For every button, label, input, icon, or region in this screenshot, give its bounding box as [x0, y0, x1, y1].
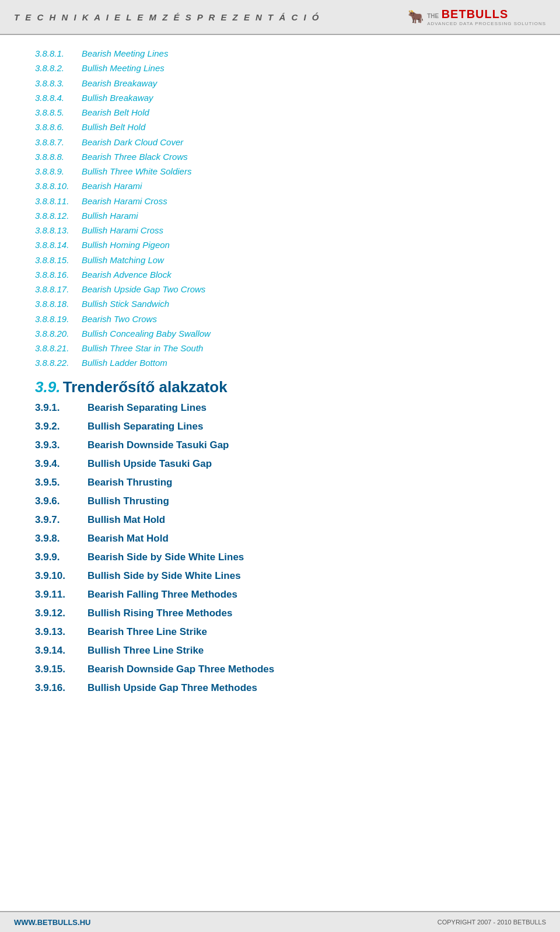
item-label: Bearish Belt Hold [82, 106, 149, 119]
item-label: Bullish Meeting Lines [82, 61, 164, 75]
item-number: 3.8.8.17. [35, 282, 82, 296]
sub-item-label: Bullish Mat Hold [88, 512, 165, 528]
list-item: 3.8.8.3.Bearish Breakaway [35, 76, 525, 90]
list-item: 3.8.8.21.Bullish Three Star in The South [35, 341, 525, 355]
item-number: 3.8.8.20. [35, 327, 82, 340]
item-number: 3.8.8.15. [35, 253, 82, 267]
item-label: Bearish Three Black Crows [82, 150, 188, 163]
sub-item-number: 3.9.14. [35, 643, 88, 659]
sub-list-item: 3.9.15.Bearish Downside Gap Three Method… [35, 661, 525, 678]
sub-item-label: Bullish Three Line Strike [88, 643, 204, 659]
item-label: Bullish Ladder Bottom [82, 356, 167, 369]
sub-list-item: 3.9.13.Bearish Three Line Strike [35, 624, 525, 640]
item-label: Bullish Breakaway [82, 91, 153, 104]
item-label: Bullish Stick Sandwich [82, 297, 169, 310]
page-header: T E C H N I K A I E L E M Z É S P R E Z … [0, 0, 560, 35]
sub-list-item: 3.9.11.Bearish Falling Three Methodes [35, 587, 525, 603]
sub-item-label: Bullish Side by Side White Lines [88, 568, 241, 584]
sub-item-number: 3.9.16. [35, 680, 88, 696]
sub-item-number: 3.9.13. [35, 624, 88, 640]
footer-copyright: COPYRIGHT 2007 - 2010 BETBULLS [438, 919, 546, 926]
item-label: Bearish Harami Cross [82, 194, 167, 208]
list-item: 3.8.8.4.Bullish Breakaway [35, 91, 525, 104]
item-number: 3.8.8.4. [35, 91, 82, 104]
sub-item-number: 3.9.1. [35, 400, 88, 416]
sub-item-label: Bullish Rising Three Methodes [88, 605, 232, 622]
sub-item-number: 3.9.9. [35, 549, 88, 566]
sub-item-number: 3.9.8. [35, 530, 88, 547]
list-item: 3.8.8.15.Bullish Matching Low [35, 253, 525, 267]
sub-item-number: 3.9.7. [35, 512, 88, 528]
item-number: 3.8.8.22. [35, 356, 82, 369]
section-39-heading: 3.9. Trenderősítő alakzatok [35, 378, 525, 396]
logo-subtitle: ADVANCED DATA PROCESSING SOLUTIONS [427, 21, 546, 26]
sub-item-number: 3.9.2. [35, 418, 88, 435]
page-footer: WWW.BETBULLS.HU COPYRIGHT 2007 - 2010 BE… [0, 911, 560, 932]
sub-item-number: 3.9.10. [35, 568, 88, 584]
item-label: Bearish Advence Block [82, 268, 172, 281]
sub-list-item: 3.9.4.Bullish Upside Tasuki Gap [35, 456, 525, 472]
list-item: 3.8.8.18.Bullish Stick Sandwich [35, 297, 525, 310]
item-label: Bullish Concealing Baby Swallow [82, 327, 211, 340]
sub-item-number: 3.9.5. [35, 474, 88, 491]
sub-item-number: 3.9.6. [35, 493, 88, 509]
list-item: 3.8.8.8.Bearish Three Black Crows [35, 150, 525, 163]
logo-the: THE BETBULLS [427, 8, 546, 21]
sub-item-label: Bullish Upside Gap Three Methodes [88, 680, 257, 696]
bull-icon: 🐂 [408, 9, 424, 25]
list-item: 3.8.8.6.Bullish Belt Hold [35, 120, 525, 134]
item-number: 3.8.8.8. [35, 150, 82, 163]
logo-text-block: THE BETBULLS ADVANCED DATA PROCESSING SO… [427, 8, 546, 26]
sub-item-label: Bullish Separating Lines [88, 418, 203, 435]
list-item: 3.8.8.10.Bearish Harami [35, 179, 525, 193]
sub-list-item: 3.9.3.Bearish Downside Tasuki Gap [35, 437, 525, 453]
item-number: 3.8.8.6. [35, 120, 82, 134]
sub-item-label: Bearish Downside Gap Three Methodes [88, 661, 274, 678]
list-item: 3.8.8.12.Bullish Harami [35, 209, 525, 222]
item-label: Bullish Harami Cross [82, 224, 163, 237]
item-label: Bearish Dark Cloud Cover [82, 135, 183, 149]
section-39-number: 3.9. [35, 378, 60, 396]
footer-website: WWW.BETBULLS.HU [14, 918, 90, 927]
sub-list-item: 3.9.12.Bullish Rising Three Methodes [35, 605, 525, 622]
item-number: 3.8.8.13. [35, 224, 82, 237]
item-number: 3.8.8.11. [35, 194, 82, 208]
sub-list-item: 3.9.9.Bearish Side by Side White Lines [35, 549, 525, 566]
item-number: 3.8.8.10. [35, 179, 82, 193]
sub-item-label: Bullish Upside Tasuki Gap [88, 456, 212, 472]
item-label: Bearish Upside Gap Two Crows [82, 282, 205, 296]
header-title: T E C H N I K A I E L E M Z É S P R E Z … [14, 12, 320, 22]
list-item: 3.8.8.9.Bullish Three White Soldiers [35, 165, 525, 178]
sub-item-label: Bullish Thrusting [88, 493, 169, 509]
sub-item-label: Bearish Side by Side White Lines [88, 549, 244, 566]
section-39-title: Trenderősítő alakzatok [63, 378, 228, 396]
list-item: 3.8.8.13.Bullish Harami Cross [35, 224, 525, 237]
logo-betbulls: BETBULLS [442, 8, 509, 20]
item-label: Bullish Belt Hold [82, 120, 145, 134]
logo-area: 🐂 THE BETBULLS ADVANCED DATA PROCESSING … [408, 8, 546, 26]
item-number: 3.8.8.14. [35, 238, 82, 252]
sub-item-number: 3.9.15. [35, 661, 88, 678]
item-label: Bullish Homing Pigeon [82, 238, 170, 252]
sub-item-label: Bearish Separating Lines [88, 400, 206, 416]
sub-list-item: 3.9.2.Bullish Separating Lines [35, 418, 525, 435]
sub-list-item: 3.9.6.Bullish Thrusting [35, 493, 525, 509]
item-label: Bullish Three Star in The South [82, 341, 203, 355]
list-item: 3.8.8.16.Bearish Advence Block [35, 268, 525, 281]
sub-item-label: Bearish Three Line Strike [88, 624, 207, 640]
sub-item-number: 3.9.12. [35, 605, 88, 622]
list-item: 3.8.8.20.Bullish Concealing Baby Swallow [35, 327, 525, 340]
list-item: 3.8.8.17.Bearish Upside Gap Two Crows [35, 282, 525, 296]
item-number: 3.8.8.21. [35, 341, 82, 355]
sub-item-label: Bearish Falling Three Methodes [88, 587, 237, 603]
list-item: 3.8.8.19.Bearish Two Crows [35, 312, 525, 326]
item-label: Bearish Meeting Lines [82, 47, 168, 60]
sub-item-number: 3.9.11. [35, 587, 88, 603]
item-number: 3.8.8.2. [35, 61, 82, 75]
sub-list-item: 3.9.14.Bullish Three Line Strike [35, 643, 525, 659]
item-label: Bearish Harami [82, 179, 142, 193]
item-number: 3.8.8.3. [35, 76, 82, 90]
item-label: Bearish Two Crows [82, 312, 157, 326]
section-388-list: 3.8.8.1.Bearish Meeting Lines3.8.8.2.Bul… [35, 47, 525, 370]
main-content: 3.8.8.1.Bearish Meeting Lines3.8.8.2.Bul… [0, 35, 560, 911]
